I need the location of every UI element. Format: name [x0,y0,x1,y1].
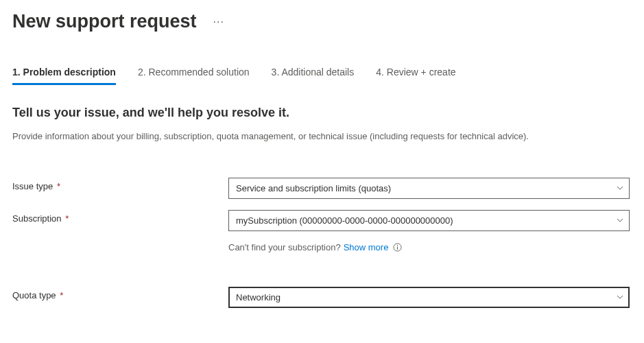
subscription-helper: Can't find your subscription? Show more [228,242,630,252]
section-heading: Tell us your issue, and we'll help you r… [12,106,632,120]
svg-rect-2 [397,246,398,249]
info-icon[interactable] [392,242,402,252]
svg-point-1 [397,244,398,245]
tab-additional-details[interactable]: 3. Additional details [272,67,355,85]
tab-problem-description[interactable]: 1. Problem description [12,67,116,85]
required-marker: * [57,181,60,191]
quota-type-select[interactable]: Networking [228,287,630,308]
tab-review-create[interactable]: 4. Review + create [376,67,455,85]
section-description: Provide information about your billing, … [12,130,616,143]
required-marker: * [65,213,69,224]
issue-type-label: Issue type * [12,178,228,191]
more-actions-icon[interactable]: ··· [211,13,227,31]
quota-type-value: Networking [236,292,281,303]
show-more-link[interactable]: Show more [344,242,389,252]
tab-recommended-solution[interactable]: 2. Recommended solution [138,67,250,85]
subscription-select[interactable]: mySubscription (00000000-0000-0000-00000… [228,210,630,231]
subscription-label: Subscription * [12,210,228,224]
page-title: New support request [12,11,197,32]
required-marker: * [60,290,63,300]
quota-type-label: Quota type * [12,287,228,300]
issue-type-value: Service and subscription limits (quotas) [236,183,391,193]
subscription-value: mySubscription (00000000-0000-0000-00000… [236,215,453,226]
wizard-tabs: 1. Problem description 2. Recommended so… [12,67,632,85]
issue-type-select[interactable]: Service and subscription limits (quotas) [228,178,630,199]
